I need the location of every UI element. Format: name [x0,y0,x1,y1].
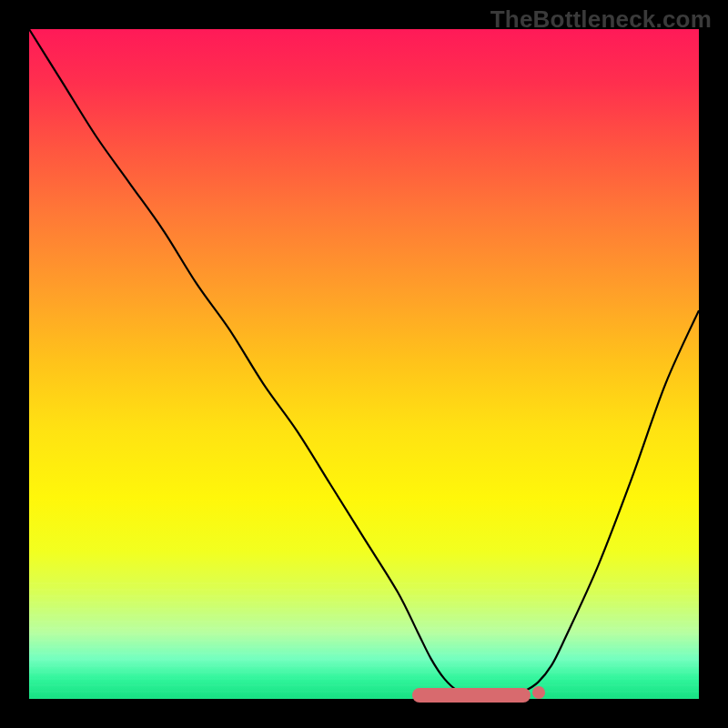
watermark-text: TheBottleneck.com [490,5,712,34]
bottleneck-curve [29,29,699,699]
chart-area [29,29,699,699]
curve-path [29,29,699,697]
optimal-range-end-dot [532,686,545,699]
optimal-range-band [412,688,531,703]
